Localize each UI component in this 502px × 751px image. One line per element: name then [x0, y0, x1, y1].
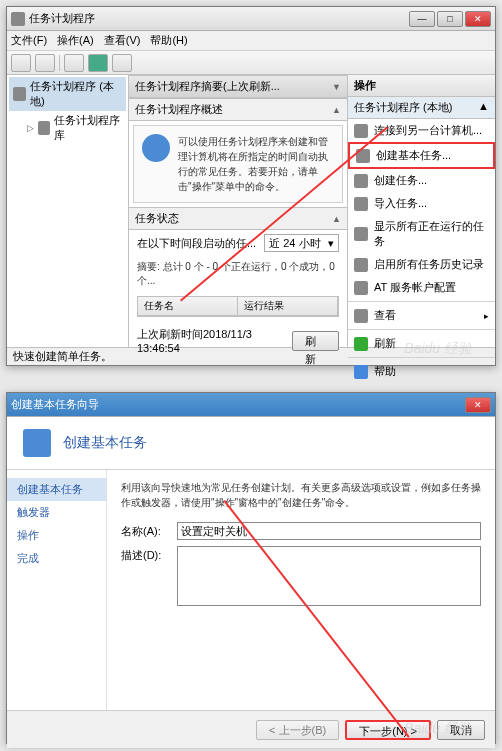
action-help[interactable]: 帮助: [348, 360, 495, 383]
task-icon: [354, 174, 368, 188]
next-button[interactable]: 下一步(N) >: [345, 720, 431, 740]
actions-subheader: 任务计划程序 (本地)▲: [348, 97, 495, 119]
action-create-basic-task[interactable]: 创建基本任务...: [348, 142, 495, 169]
chevron-up-icon[interactable]: ▲: [332, 214, 341, 224]
action-show-running[interactable]: 显示所有正在运行的任务: [348, 215, 495, 253]
step-action[interactable]: 操作: [7, 524, 106, 547]
toolbar: [7, 51, 495, 75]
app-icon: [11, 12, 25, 26]
status-header[interactable]: 任务状态▲: [129, 207, 347, 230]
task-scheduler-window: 任务计划程序 — □ ✕ 文件(F) 操作(A) 查看(V) 帮助(H) 任务计…: [6, 6, 496, 366]
overview-sub[interactable]: 任务计划程序概述▲: [129, 98, 347, 121]
center-pane: 任务计划程序摘要(上次刷新...▼ 任务计划程序概述▲ 可以使用任务计划程序来创…: [129, 75, 347, 347]
wizard-main: 利用该向导快速地为常见任务创建计划。有关更多高级选项或设置，例如多任务操作或触发…: [107, 470, 495, 710]
action-create-task[interactable]: 创建任务...: [348, 169, 495, 192]
tool-button-1[interactable]: [64, 54, 84, 72]
help-icon: [354, 365, 368, 379]
name-label: 名称(A):: [121, 522, 169, 539]
refresh-button[interactable]: 刷新: [292, 331, 339, 351]
actions-pane: 操作 任务计划程序 (本地)▲ 连接到另一台计算机... 创建基本任务... 创…: [347, 75, 495, 347]
menu-help[interactable]: 帮助(H): [150, 33, 187, 48]
help-button[interactable]: [88, 54, 108, 72]
task-table: 任务名运行结果: [137, 296, 339, 317]
name-input[interactable]: [177, 522, 481, 540]
cancel-button[interactable]: 取消: [437, 720, 485, 740]
menu-view[interactable]: 查看(V): [104, 33, 141, 48]
minimize-button[interactable]: —: [409, 11, 435, 27]
titlebar[interactable]: 任务计划程序 — □ ✕: [7, 7, 495, 31]
import-icon: [354, 197, 368, 211]
prev-button: < 上一步(B): [256, 720, 339, 740]
chevron-down-icon[interactable]: ▼: [332, 82, 341, 92]
chevron-up-icon[interactable]: ▲: [332, 105, 341, 115]
col-task-name[interactable]: 任务名: [138, 297, 238, 315]
action-at-service[interactable]: AT 服务帐户配置: [348, 276, 495, 299]
tree-library[interactable]: ▷任务计划程序库: [9, 111, 126, 145]
wizard-titlebar[interactable]: 创建基本任务向导 ✕: [7, 393, 495, 417]
timerange-combo[interactable]: 近 24 小时 ▾: [264, 234, 339, 252]
computer-icon: [354, 124, 368, 138]
action-refresh[interactable]: 刷新: [348, 332, 495, 355]
view-icon: [354, 309, 368, 323]
wizard-window: 创建基本任务向导 ✕ 创建基本任务 创建基本任务 触发器 操作 完成 利用该向导…: [6, 392, 496, 744]
tree-root[interactable]: 任务计划程序 (本地): [9, 77, 126, 111]
step-trigger[interactable]: 触发器: [7, 501, 106, 524]
folder-icon: [38, 121, 50, 135]
menu-file[interactable]: 文件(F): [11, 33, 47, 48]
task-icon: [23, 429, 51, 457]
actions-header: 操作: [348, 75, 495, 97]
clock-icon: [13, 87, 26, 101]
last-refresh: 上次刷新时间2018/11/3 13:46:54: [137, 327, 292, 354]
wizard-description: 利用该向导快速地为常见任务创建计划。有关更多高级选项或设置，例如多任务操作或触发…: [121, 480, 481, 510]
wizard-footer: < 上一步(B) 下一步(N) > 取消: [7, 710, 495, 748]
menubar: 文件(F) 操作(A) 查看(V) 帮助(H): [7, 31, 495, 51]
history-icon: [354, 258, 368, 272]
forward-button[interactable]: [35, 54, 55, 72]
tree-pane: 任务计划程序 (本地) ▷任务计划程序库: [7, 75, 129, 347]
tool-button-2[interactable]: [112, 54, 132, 72]
action-enable-history[interactable]: 启用所有任务历史记录: [348, 253, 495, 276]
action-import[interactable]: 导入任务...: [348, 192, 495, 215]
summary-text: 摘要: 总计 0 个 - 0 个正在运行，0 个成功，0 个...: [129, 256, 347, 292]
list-icon: [354, 227, 368, 241]
action-view[interactable]: 查看▸: [348, 304, 495, 327]
wizard-steps: 创建基本任务 触发器 操作 完成: [7, 470, 107, 710]
maximize-button[interactable]: □: [437, 11, 463, 27]
chevron-up-icon[interactable]: ▲: [478, 100, 489, 115]
clock-icon: [142, 134, 170, 162]
action-connect[interactable]: 连接到另一台计算机...: [348, 119, 495, 142]
window-title: 任务计划程序: [29, 11, 407, 26]
refresh-icon: [354, 337, 368, 351]
wizard-header: 创建基本任务: [7, 417, 495, 470]
menu-action[interactable]: 操作(A): [57, 33, 94, 48]
desc-label: 描述(D):: [121, 546, 169, 563]
col-result[interactable]: 运行结果: [238, 297, 338, 315]
step-create-basic[interactable]: 创建基本任务: [7, 478, 106, 501]
desc-input[interactable]: [177, 546, 481, 606]
back-button[interactable]: [11, 54, 31, 72]
user-icon: [354, 281, 368, 295]
overview-header: 任务计划程序摘要(上次刷新...▼: [129, 75, 347, 98]
step-finish[interactable]: 完成: [7, 547, 106, 570]
wizard-title: 创建基本任务向导: [11, 397, 463, 412]
close-button[interactable]: ✕: [465, 11, 491, 27]
status-label: 在以下时间段启动的任...: [137, 236, 256, 251]
close-button[interactable]: ✕: [465, 397, 491, 413]
wizard-heading: 创建基本任务: [63, 434, 147, 452]
overview-text: 可以使用任务计划程序来创建和管理计算机将在所指定的时间自动执行的常见任务。若要开…: [178, 134, 334, 194]
